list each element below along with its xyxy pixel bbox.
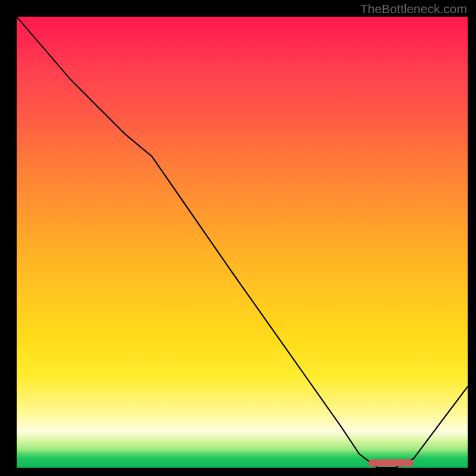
bottleneck-curve — [17, 17, 468, 468]
chart-plot-area — [17, 17, 468, 468]
watermark-text: TheBottleneck.com — [360, 2, 467, 16]
optimal-range-marker — [368, 459, 414, 466]
